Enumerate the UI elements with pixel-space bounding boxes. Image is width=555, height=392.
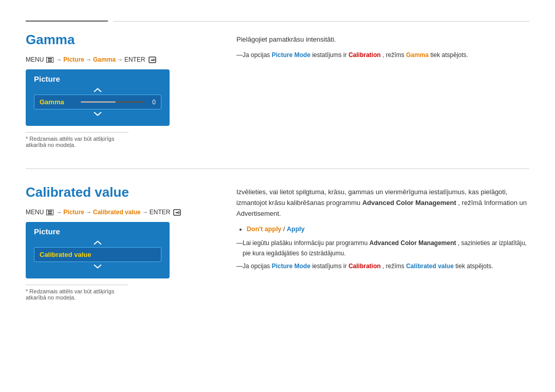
top-divider	[26, 21, 529, 22]
gamma-picture-box: Picture Gamma 0	[26, 69, 170, 126]
bullet-slash: /	[282, 226, 287, 233]
calibrated-picture-box-title: Picture	[34, 227, 161, 236]
divider-light	[113, 21, 529, 22]
gamma-arrow3: →	[117, 57, 123, 63]
calibrated-row-label: Calibrated value	[40, 251, 91, 258]
gamma-menu-path: MENU → Picture → Gamma → ENTER	[26, 56, 221, 63]
calibrated-menu-path: MENU → Picture → Calibrated value → ENTE…	[26, 209, 221, 216]
gamma-picture-row: Gamma 0	[34, 95, 161, 109]
calibrated-note3: Ja opcijas Picture Mode iestatījums ir C…	[236, 262, 529, 271]
gamma-section-right: Pielāgojiet pamatkrāsu intensitāti. Ja o…	[236, 32, 529, 148]
cal-main-text2: Advanced Color Management	[362, 199, 456, 207]
cal-note3-link1: Picture Mode	[272, 263, 310, 270]
calibrated-title: Calibrated value	[26, 184, 221, 200]
enter-icon	[149, 57, 157, 63]
gamma-footnote: * Redzamais attēls var būt atšķirīgs atk…	[26, 132, 128, 148]
cal-link1: Picture	[63, 209, 84, 216]
apply-text: Apply	[287, 226, 305, 233]
gamma-main-text: Pielāgojiet pamatkrāsu intensitāti.	[236, 34, 529, 45]
cal-enter-label: ENTER	[150, 209, 171, 216]
gamma-section-left: Gamma MENU → Picture → Gamma → ENTER	[26, 32, 221, 148]
calibrated-main-text: Izvēlieties, vai lietot spilgtuma, krāsu…	[236, 187, 529, 219]
gamma-title: Gamma	[26, 32, 221, 48]
gamma-link1: Picture	[63, 56, 84, 63]
gamma-note1-end-prefix: , režīms	[382, 51, 404, 59]
page-container: Gamma MENU → Picture → Gamma → ENTER	[0, 0, 555, 342]
gamma-link2: Gamma	[93, 56, 116, 63]
cal-arrow2: →	[86, 209, 91, 215]
gamma-picture-box-title: Picture	[34, 74, 161, 83]
gamma-arrow1: →	[56, 57, 62, 63]
gamma-slider[interactable]: 0	[81, 99, 156, 106]
cal-note3-middle: iestatījums ir	[312, 263, 346, 270]
cal-note2-prefix: Lai iegūtu plašāku informāciju par progr…	[243, 239, 367, 247]
cal-note3-link2: Calibration	[348, 263, 381, 270]
calibrated-section: Calibrated value MENU → Picture → Calibr…	[26, 184, 529, 301]
gamma-note1: Ja opcijas Picture Mode iestatījums ir C…	[236, 50, 529, 60]
gamma-slider-value: 0	[149, 99, 156, 106]
cal-arrow3: →	[142, 209, 148, 215]
menu-icon	[46, 57, 53, 63]
gamma-arrow2: →	[86, 57, 91, 63]
section-divider	[26, 169, 529, 169]
dont-apply-text: Don't apply	[247, 226, 282, 233]
cal-note3-prefix: Ja opcijas	[243, 263, 270, 270]
calibrated-bullet-list: Don't apply / Apply	[247, 224, 529, 234]
gamma-note1-middle: iestatījums ir	[312, 51, 346, 59]
divider-dark	[26, 21, 108, 22]
gamma-section: Gamma MENU → Picture → Gamma → ENTER	[26, 32, 529, 148]
cal-menu-label: MENU	[26, 209, 44, 216]
calibrated-bullet-item: Don't apply / Apply	[247, 224, 529, 234]
cal-note3-end-prefix: , režīms	[382, 263, 404, 270]
gamma-slider-fill	[81, 101, 116, 103]
gamma-note1-end: tiek atspējots.	[431, 51, 468, 59]
cal-enter-icon	[173, 209, 181, 216]
calibrated-section-right: Izvēlieties, vai lietot spilgtuma, krāsu…	[236, 184, 529, 301]
gamma-note1-link3: Gamma	[406, 51, 429, 59]
cal-menu-icon	[46, 210, 53, 215]
gamma-row-label: Gamma	[40, 98, 81, 106]
gamma-slider-bar	[81, 101, 144, 103]
gamma-arrow-up[interactable]	[34, 87, 161, 92]
calibrated-note2: Lai iegūtu plašāku informāciju par progr…	[236, 238, 529, 258]
gamma-note1-link1: Picture Mode	[272, 51, 310, 59]
gamma-menu-label: MENU	[26, 56, 44, 63]
gamma-note1-prefix: Ja opcijas	[243, 51, 270, 59]
gamma-enter-label: ENTER	[124, 56, 145, 63]
cal-note3-link3: Calibrated value	[406, 263, 454, 270]
calibrated-arrow-up[interactable]	[34, 240, 161, 245]
calibrated-section-left: Calibrated value MENU → Picture → Calibr…	[26, 184, 221, 301]
calibrated-footnote: * Redzamais attēls var būt atšķirīgs atk…	[26, 285, 128, 301]
gamma-arrow-down[interactable]	[34, 111, 161, 117]
calibrated-arrow-down[interactable]	[34, 264, 161, 269]
cal-note2-bold: Advanced Color Management	[369, 239, 456, 247]
cal-link2: Calibrated value	[93, 209, 141, 216]
calibrated-picture-box: Picture Calibrated value	[26, 222, 170, 278]
calibrated-picture-row: Calibrated value	[34, 247, 161, 262]
cal-arrow1: →	[56, 209, 62, 215]
gamma-note1-link2: Calibration	[348, 51, 381, 59]
cal-note3-end: tiek atspējots.	[455, 263, 493, 270]
